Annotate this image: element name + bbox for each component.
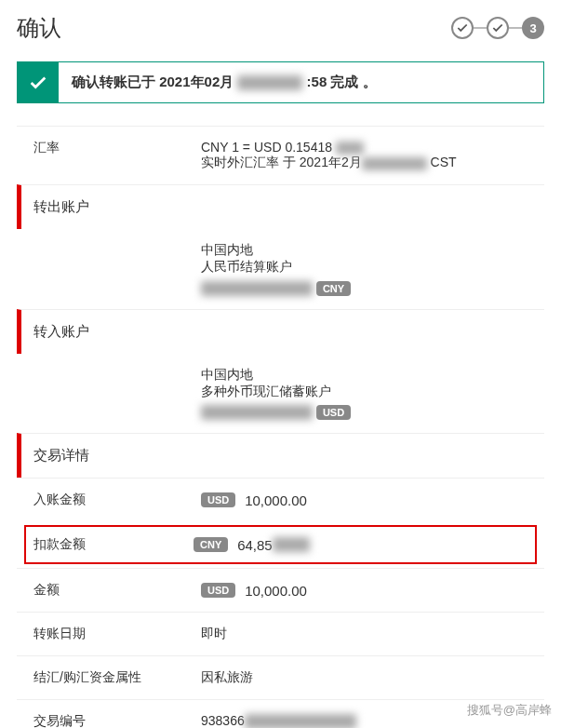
from-account-row: 中国内地 人民币结算账户 CNY xyxy=(17,229,544,308)
confirm-icon-wrap xyxy=(18,62,59,102)
currency-badge: CNY xyxy=(194,537,228,552)
currency-badge: USD xyxy=(201,492,235,507)
to-account-header: 转入账户 xyxy=(17,309,544,354)
redacted xyxy=(201,281,313,296)
confirm-prefix: 确认转账已于 2021年02月 xyxy=(72,74,234,89)
rate-label: 汇率 xyxy=(33,140,201,171)
check-icon xyxy=(456,21,469,34)
confirm-text: 确认转账已于 2021年02月 :58 完成 。 xyxy=(59,62,543,102)
amount-label: 金额 xyxy=(33,582,201,599)
amount-value: USD 10,000.00 xyxy=(201,582,535,599)
amount-amount: 10,000.00 xyxy=(245,583,307,599)
credit-label: 入账金额 xyxy=(33,492,201,508)
redacted xyxy=(336,142,364,155)
to-region: 中国内地 xyxy=(201,367,535,384)
step-connector xyxy=(474,27,487,29)
to-account-number: USD xyxy=(201,404,535,420)
header: 确认 3 xyxy=(17,9,544,47)
date-value: 即时 xyxy=(201,626,535,642)
purpose-row: 结汇/购汇资金属性 因私旅游 xyxy=(17,655,544,699)
rate-row: 汇率 CNY 1 = USD 0.15418 实时外汇汇率 于 2021年2月 … xyxy=(17,126,544,184)
step-indicator: 3 xyxy=(451,17,544,39)
empty-label xyxy=(33,367,201,420)
credit-value: USD 10,000.00 xyxy=(201,492,535,508)
empty-label xyxy=(33,242,201,295)
to-account-name: 多种外币现汇储蓄账户 xyxy=(201,384,535,400)
page-title: 确认 xyxy=(17,13,61,43)
to-account-row: 中国内地 多种外币现汇储蓄账户 USD xyxy=(17,354,544,433)
step-1-done xyxy=(451,17,474,39)
redacted xyxy=(237,75,302,90)
debit-label: 扣款金额 xyxy=(33,536,194,553)
rate-line2-suffix: CST xyxy=(431,155,457,169)
rate-line2: 实时外汇汇率 于 2021年2月 CST xyxy=(201,155,535,171)
purpose-value: 因私旅游 xyxy=(201,669,535,686)
purpose-label: 结汇/购汇资金属性 xyxy=(33,669,201,686)
ref-label: 交易编号 xyxy=(33,713,201,728)
rate-line2-prefix: 实时外汇汇率 于 2021年2月 xyxy=(201,155,362,169)
confirmation-banner: 确认转账已于 2021年02月 :58 完成 。 xyxy=(17,61,544,103)
credit-amount: 10,000.00 xyxy=(245,492,307,508)
details-header: 交易详情 xyxy=(17,433,544,478)
redacted xyxy=(245,714,356,728)
to-account-value: 中国内地 多种外币现汇储蓄账户 USD xyxy=(201,367,535,420)
credit-amount-row: 入账金额 USD 10,000.00 xyxy=(17,478,544,521)
step-2-done xyxy=(487,17,509,39)
date-label: 转账日期 xyxy=(33,626,201,642)
debit-amount-prefix: 64,85 xyxy=(237,537,273,553)
check-icon xyxy=(28,73,48,93)
ref-prefix: 938366 xyxy=(201,713,245,728)
ref-row: 交易编号 938366 xyxy=(17,699,544,728)
from-account-value: 中国内地 人民币结算账户 CNY xyxy=(201,242,535,295)
currency-badge: CNY xyxy=(316,281,351,296)
debit-value: CNY 64,85 xyxy=(194,536,528,553)
currency-badge: USD xyxy=(316,405,351,420)
amount-row: 金额 USD 10,000.00 xyxy=(17,568,544,612)
debit-amount-highlight: 扣款金额 CNY 64,85 xyxy=(24,525,537,564)
from-region: 中国内地 xyxy=(201,242,535,259)
step-3-active: 3 xyxy=(522,17,544,39)
redacted xyxy=(201,405,313,420)
rate-line1: CNY 1 = USD 0.15418 xyxy=(201,140,332,155)
confirm-suffix: :58 完成 。 xyxy=(307,74,377,89)
rate-value: CNY 1 = USD 0.15418 实时外汇汇率 于 2021年2月 CST xyxy=(201,140,535,171)
step-connector xyxy=(509,27,522,29)
redacted xyxy=(362,157,427,170)
redacted xyxy=(273,537,310,552)
from-account-name: 人民币结算账户 xyxy=(201,259,535,276)
watermark: 搜狐号@高岸蜂 xyxy=(467,702,552,719)
from-account-header: 转出账户 xyxy=(17,184,544,229)
currency-badge: USD xyxy=(201,583,235,598)
from-account-number: CNY xyxy=(201,279,535,295)
date-row: 转账日期 即时 xyxy=(17,612,544,655)
check-icon xyxy=(491,21,504,34)
